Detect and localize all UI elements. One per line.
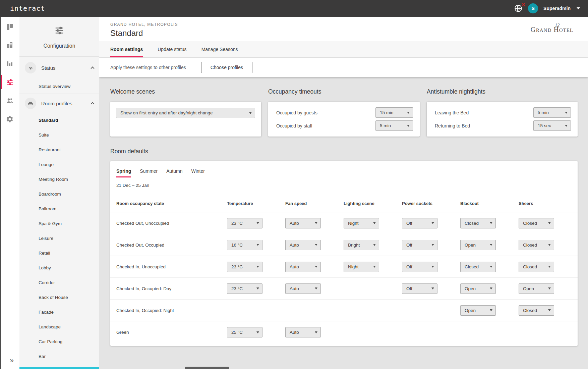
dropdown-caret-icon: [373, 222, 376, 224]
user-menu-caret-icon[interactable]: [577, 7, 580, 9]
sidebar-item-profile[interactable]: Retail: [19, 246, 99, 260]
tab-room-settings[interactable]: Room settings: [110, 41, 143, 57]
lighting-scene-dropdown[interactable]: Bright: [344, 240, 379, 250]
sliders-icon: [6, 78, 14, 86]
tab-update-status[interactable]: Update status: [158, 41, 186, 57]
sheers-dropdown[interactable]: Closed: [519, 262, 554, 272]
sidebar-item-profile[interactable]: Lounge: [19, 157, 99, 172]
sidebar-item-profile[interactable]: Landscape: [19, 319, 99, 334]
sidebar-item-profile[interactable]: Spa & Gym: [19, 216, 99, 231]
season-tab-summer[interactable]: Summer: [140, 168, 158, 177]
sidebar-item-profile[interactable]: Back of House: [19, 290, 99, 305]
nav-configuration[interactable]: [0, 73, 19, 91]
sidebar-item-profile[interactable]: Suite: [19, 127, 99, 142]
season-tab-winter[interactable]: Winter: [191, 168, 205, 177]
dropdown-caret-icon: [431, 266, 434, 268]
fan-speed-dropdown[interactable]: Auto: [285, 262, 321, 272]
blackout-dropdown[interactable]: Closed: [460, 262, 496, 272]
occupied-by-guests-dropdown[interactable]: 15 min: [375, 107, 413, 118]
season-tab-spring[interactable]: Spring: [116, 168, 131, 177]
col-blackout: Blackout: [460, 201, 519, 206]
power-sockets-dropdown[interactable]: Off: [402, 218, 437, 228]
dropdown-caret-icon: [490, 287, 492, 289]
leaving-the-bed-dropdown[interactable]: 5 min: [533, 107, 571, 118]
sidebar-item-profile[interactable]: Boardroom: [19, 187, 99, 201]
dropdown-caret-icon: [490, 266, 492, 268]
power-sockets-dropdown[interactable]: Off: [402, 240, 437, 250]
row-state-label: Checked In, Unoccupied: [116, 264, 227, 269]
sheers-dropdown[interactable]: Closed: [519, 305, 554, 316]
people-icon: [6, 97, 14, 105]
configuration-icon: [54, 25, 64, 36]
col-room-occupancy-state: Room occupancy state: [116, 201, 227, 206]
power-sockets-dropdown[interactable]: Off: [402, 262, 437, 272]
sidebar-item-profile[interactable]: Lobby: [19, 260, 99, 275]
chevron-up-icon: [91, 66, 94, 70]
sidebar-item-profile[interactable]: Meeting Room: [19, 172, 99, 187]
col-fan-speed: Fan speed: [285, 201, 344, 206]
power-sockets-dropdown[interactable]: Off: [402, 283, 437, 294]
dropdown-caret-icon: [315, 287, 317, 289]
sidebar-item-profile[interactable]: Car Parking: [19, 334, 99, 349]
temperature-dropdown[interactable]: 25 °C: [227, 327, 262, 337]
fan-speed-dropdown[interactable]: Auto: [285, 283, 321, 294]
dropdown-caret-icon: [249, 112, 252, 114]
main-area: GRAND HOTEL, METROPOLIS Standard Grand H…: [99, 17, 588, 369]
dropdown-caret-icon: [490, 244, 492, 246]
sidebar-item-profile[interactable]: Restaurant: [19, 142, 99, 157]
sidebar-item-profile[interactable]: Corridor: [19, 275, 99, 290]
fan-speed-dropdown[interactable]: Auto: [285, 327, 321, 337]
nav-sites[interactable]: [0, 36, 19, 54]
sheers-dropdown[interactable]: Closed: [519, 218, 554, 228]
dropdown-caret-icon: [490, 222, 492, 224]
occupancy-timeouts-card: Occupied by guests 15 min Occupied by st…: [268, 102, 420, 137]
temperature-dropdown[interactable]: 23 °C: [227, 262, 262, 272]
nav-dashboard[interactable]: [0, 17, 19, 36]
temperature-dropdown[interactable]: 16 °C: [227, 240, 262, 250]
welcome-scenes-dropdown[interactable]: Show on first entry and after day/night …: [116, 108, 255, 118]
returning-to-bed-dropdown[interactable]: 15 sec: [533, 120, 571, 131]
nav-users[interactable]: [0, 91, 19, 110]
temperature-dropdown[interactable]: 23 °C: [227, 218, 262, 228]
sidebar-section-room-profiles[interactable]: Room profiles: [19, 94, 99, 113]
blackout-dropdown[interactable]: Closed: [460, 218, 496, 228]
occupied-by-staff-dropdown[interactable]: 5 min: [375, 120, 413, 131]
sidebar-item-profile[interactable]: Ballroom: [19, 201, 99, 216]
season-tab-autumn[interactable]: Autumn: [166, 168, 182, 177]
sidebar-item-profile[interactable]: Facade: [19, 305, 99, 319]
top-bar: interact ✕ S Superadmin: [0, 0, 588, 17]
sidebar-bottom-accent: [19, 367, 99, 369]
sidebar-item-profile[interactable]: Standard: [19, 113, 99, 127]
dropdown-caret-icon: [256, 331, 259, 333]
temperature-dropdown[interactable]: 23 °C: [227, 283, 262, 294]
tab-manage-seasons[interactable]: Manage Seasons: [201, 41, 238, 57]
blackout-dropdown[interactable]: Open: [460, 305, 496, 316]
left-edge-strip: [0, 17, 1, 369]
blackout-dropdown[interactable]: Open: [460, 240, 496, 250]
sheers-dropdown[interactable]: Closed: [519, 240, 554, 250]
sidebar-item-profile[interactable]: Bar: [19, 349, 99, 364]
avatar[interactable]: S: [528, 3, 538, 13]
blackout-dropdown[interactable]: Open: [460, 283, 496, 294]
lighting-scene-dropdown[interactable]: Night: [344, 218, 379, 228]
choose-profiles-button[interactable]: Choose profiles: [201, 62, 252, 73]
sidebar-item-status-overview[interactable]: Status overview: [19, 79, 99, 94]
returning-to-bed-label: Returning to Bed: [435, 123, 470, 128]
expand-sidebar-button[interactable]: »: [0, 356, 23, 365]
sidebar-section-status[interactable]: Status: [19, 57, 99, 79]
fan-speed-dropdown[interactable]: Auto: [285, 218, 321, 228]
globe-button[interactable]: ✕: [514, 4, 523, 13]
fan-speed-dropdown[interactable]: Auto: [285, 240, 321, 250]
nav-settings[interactable]: [0, 110, 19, 128]
table-row: Checked In, Occupied: Day 23 °C Auto Off…: [110, 278, 578, 300]
sidebar-item-profile[interactable]: Leisure: [19, 231, 99, 246]
lighting-scene-dropdown[interactable]: Night: [344, 262, 379, 272]
dropdown-caret-icon: [431, 287, 434, 289]
dropdown-caret-icon: [256, 244, 259, 246]
occupied-by-guests-label: Occupied by guests: [276, 110, 317, 115]
sheers-dropdown[interactable]: Open: [519, 283, 554, 294]
dropdown-caret-icon: [373, 266, 376, 268]
horizontal-scrollbar-thumb[interactable]: [185, 367, 229, 369]
welcome-scenes-heading: Welcome scenes: [110, 88, 155, 95]
nav-reports[interactable]: [0, 54, 19, 73]
